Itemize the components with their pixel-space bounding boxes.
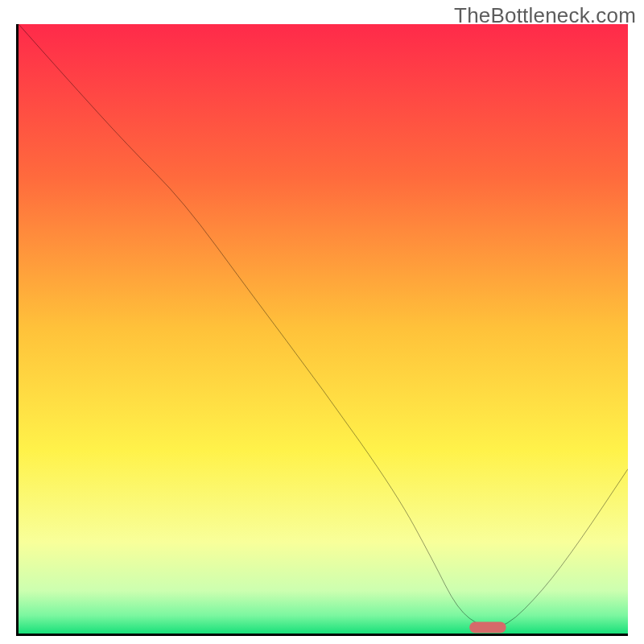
bottleneck-curve bbox=[19, 24, 628, 627]
chart-frame bbox=[16, 24, 628, 636]
site-watermark: TheBottleneck.com bbox=[454, 3, 636, 28]
chart-overlay bbox=[19, 24, 628, 634]
optimal-range-marker bbox=[469, 622, 506, 634]
